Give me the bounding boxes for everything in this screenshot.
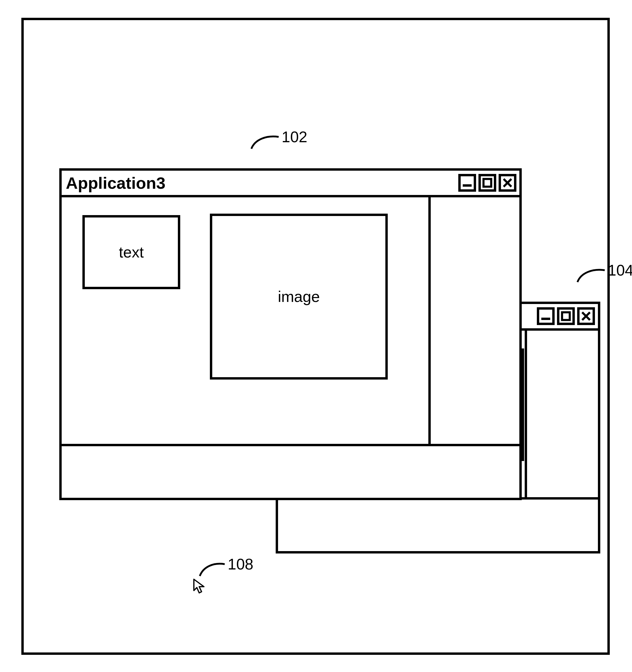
maximize-icon (561, 311, 571, 321)
minimize-icon (541, 311, 551, 321)
foreground-main-pane: text image (62, 197, 431, 446)
minimize-icon (462, 178, 472, 188)
image-placeholder: image (210, 214, 388, 380)
cursor-icon (193, 579, 206, 594)
callout-leader-104 (575, 267, 608, 284)
background-side-pane (527, 331, 598, 500)
close-button[interactable] (499, 174, 516, 192)
svg-rect-1 (562, 312, 570, 320)
maximize-icon (482, 178, 492, 188)
minimize-button[interactable] (537, 307, 555, 325)
callout-104: 104 (608, 261, 632, 279)
svg-rect-0 (541, 318, 550, 320)
maximize-button[interactable] (557, 307, 575, 325)
close-icon (502, 178, 513, 188)
callout-leader-108 (197, 560, 227, 578)
text-placeholder-label: text (119, 243, 144, 261)
svg-rect-4 (463, 184, 472, 187)
foreground-side-pane (431, 197, 519, 446)
maximize-button[interactable] (478, 174, 496, 192)
svg-rect-5 (484, 179, 491, 187)
desktop-frame: e Application3 (21, 18, 610, 655)
foreground-title: Application3 (66, 173, 165, 193)
close-icon (581, 311, 591, 321)
callout-102: 102 (282, 128, 307, 146)
image-placeholder-label: image (278, 288, 320, 306)
text-placeholder: text (83, 215, 180, 289)
diagram-canvas: e Application3 (0, 0, 632, 672)
foreground-client-area: text image (62, 197, 519, 498)
minimize-button[interactable] (458, 174, 476, 192)
foreground-titlebar[interactable]: Application3 (62, 171, 519, 197)
background-window-controls (537, 307, 595, 325)
mouse-cursor (193, 579, 206, 595)
callout-108: 108 (228, 555, 254, 573)
callout-leader-102 (249, 133, 282, 151)
close-button[interactable] (577, 307, 595, 325)
foreground-application-window[interactable]: Application3 (59, 168, 522, 500)
foreground-window-controls (458, 174, 516, 192)
